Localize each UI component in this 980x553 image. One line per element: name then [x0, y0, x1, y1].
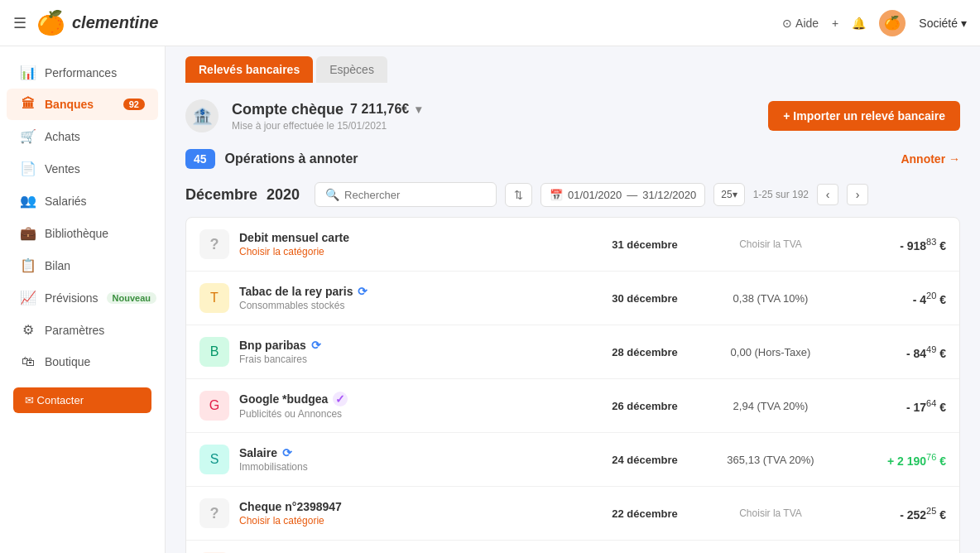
date-from[interactable]: 01/01/2020 [568, 189, 622, 201]
sidebar-item-label: Banques [45, 98, 94, 111]
sidebar-item-achats[interactable]: 🛒 Achats [7, 120, 158, 152]
parametres-icon: ⚙ [20, 322, 36, 338]
table-row: S Salaire ⟳ Immobilisations 24 décembre … [186, 433, 959, 487]
account-header: 🏦 Compte chèque 7 211,76€ ▾ Mise à jour … [185, 99, 960, 132]
transaction-date: 24 décembre [595, 454, 694, 466]
transaction-info: Cheque n°2398947 Choisir la catégorie [239, 500, 585, 527]
transaction-amount: + 2 19076 € [847, 452, 946, 468]
logo: 🍊 clementine [36, 9, 158, 36]
tabs: Relevés bancaires Espèces [166, 46, 980, 83]
table-row: ? Cheque n°2398947 Choisir la catégorie … [186, 487, 959, 541]
transaction-info: Debit mensuel carte Choisir la catégorie [239, 231, 585, 257]
transaction-amount: - 8449 € [847, 344, 946, 360]
achats-icon: 🛒 [20, 128, 36, 144]
avatar: 🍊 [879, 10, 906, 36]
account-dropdown-icon[interactable]: ▾ [416, 103, 421, 116]
sidebar-item-performances[interactable]: 📊 Performances [7, 56, 158, 89]
aide-button[interactable]: ⊙ Aide [782, 17, 819, 30]
transaction-amount: - 91883 € [847, 237, 946, 252]
transaction-amount: - 25225 € [847, 506, 946, 522]
help-icon: ⊙ [782, 17, 792, 30]
transaction-name: Debit mensuel carte [239, 231, 585, 244]
sidebar-item-label: Achats [45, 130, 80, 143]
operations-title: Opérations à annoter [225, 151, 358, 166]
transaction-logo: S [199, 445, 229, 474]
transaction-date: 28 décembre [595, 346, 694, 358]
transaction-amount: - 420 € [847, 291, 946, 306]
sidebar-item-previsions[interactable]: 📈 Prévisions Nouveau [7, 281, 158, 314]
transaction-info: Bnp paribas ⟳ Frais bancaires [239, 339, 585, 365]
annoter-link[interactable]: Annoter → [901, 152, 960, 166]
transaction-info: Salaire ⟳ Immobilisations [239, 446, 585, 473]
table-row: T Tabac de la rey paris ⟳ Consommables s… [186, 272, 959, 325]
sidebar-item-bilan[interactable]: 📋 Bilan [7, 249, 158, 281]
sidebar-item-boutique[interactable]: 🛍 Boutique [7, 346, 158, 377]
search-icon: 🔍 [325, 188, 339, 201]
import-button[interactable]: + Importer un relevé bancaire [768, 101, 960, 131]
pagination-next[interactable]: › [847, 184, 868, 205]
transaction-tva: 0,38 (TVA 10%) [704, 292, 837, 305]
sidebar-item-banques[interactable]: 🏛 Banques 92 [7, 89, 158, 120]
transaction-tva: 365,13 (TVA 20%) [704, 454, 837, 466]
add-button[interactable]: + [832, 17, 838, 30]
tab-especes[interactable]: Espèces [316, 56, 387, 83]
transaction-name: Google *budgea ✓ [239, 392, 585, 406]
previsions-new-badge: Nouveau [107, 292, 156, 304]
sidebar-item-label: Ventes [45, 162, 80, 176]
sidebar-item-ventes[interactable]: 📄 Ventes [7, 152, 158, 185]
transaction-tva[interactable]: Choisir la TVA [704, 238, 837, 250]
sync-icon: ⟳ [282, 446, 292, 459]
account-name: Compte chèque 7 211,76€ ▾ [232, 101, 421, 118]
account-info: Compte chèque 7 211,76€ ▾ Mise à jour ef… [232, 101, 421, 132]
transaction-category[interactable]: Choisir la catégorie [239, 246, 585, 257]
sidebar-item-parametres[interactable]: ⚙ Paramètres [7, 314, 158, 346]
ventes-icon: 📄 [20, 161, 36, 176]
table-row: G Google *budgea ✓ Publicités ou Annonce… [186, 379, 959, 433]
pagination-prev[interactable]: ‹ [817, 184, 838, 205]
transaction-category: Frais bancaires [239, 353, 585, 365]
notifications-icon[interactable]: 🔔 [852, 17, 866, 30]
search-input[interactable] [344, 189, 486, 201]
banques-icon: 🏛 [20, 97, 36, 112]
transaction-name: Salaire ⟳ [239, 446, 585, 459]
bilan-icon: 📋 [20, 257, 36, 273]
account-updated: Mise à jour effectuée le 15/01/2021 [232, 120, 421, 132]
operations-header: 45 Opérations à annoter Annoter → [185, 149, 960, 169]
hamburger-icon[interactable]: ☰ [13, 14, 26, 32]
search-box[interactable]: 🔍 [315, 182, 497, 207]
transaction-logo: T [199, 283, 229, 313]
sidebar-item-bibliotheque[interactable]: 💼 Bibliothèque [7, 217, 158, 249]
pagination-info: 1-25 sur 192 [753, 189, 809, 200]
month-title: Décembre 2020 [185, 186, 300, 204]
table-row: ? Debit mensuel carte Choisir la catégor… [186, 218, 959, 272]
date-to[interactable]: 31/12/2020 [642, 189, 696, 201]
topnav-right: ⊙ Aide + 🔔 🍊 Société ▾ [782, 10, 967, 36]
tab-releves[interactable]: Relevés bancaires [185, 56, 313, 83]
transaction-logo: G [199, 391, 229, 421]
societe-dropdown[interactable]: Société ▾ [919, 17, 967, 30]
transaction-category[interactable]: Choisir la catégorie [239, 515, 585, 527]
sidebar-item-label: Bibliothèque [45, 227, 108, 240]
topnav: ☰ 🍊 clementine ⊙ Aide + 🔔 🍊 Société ▾ [0, 0, 980, 46]
table-row: B Bnp paribas ⟳ Frais bancaires 28 décem… [186, 325, 959, 379]
transaction-tva: 2,94 (TVA 20%) [704, 400, 837, 412]
sidebar-item-label: Salariés [45, 195, 87, 208]
transaction-date: 30 décembre [595, 292, 694, 305]
sidebar-item-label: Boutique [45, 355, 90, 368]
per-page-select[interactable]: 25▾ [713, 183, 744, 206]
contact-button[interactable]: ✉ Contacter [13, 387, 151, 413]
transaction-name: Cheque n°2398947 [239, 500, 585, 513]
operations-count: 45 [185, 149, 215, 169]
filters: Décembre 2020 🔍 ⇅ 📅 01/01/2020 — 31/12/2… [185, 182, 960, 207]
chevron-down-icon: ▾ [961, 17, 967, 30]
boutique-icon: 🛍 [20, 354, 36, 369]
sidebar: 📊 Performances 🏛 Banques 92 🛒 Achats 📄 V… [0, 46, 166, 553]
sidebar-item-salaries[interactable]: 👥 Salariés [7, 185, 158, 217]
transaction-tva[interactable]: Choisir la TVA [704, 507, 837, 519]
topnav-left: ☰ 🍊 clementine [13, 9, 158, 36]
filter-sort-button[interactable]: ⇅ [505, 183, 532, 207]
transactions-list: ? Debit mensuel carte Choisir la catégor… [185, 217, 960, 553]
logo-icon: 🍊 [36, 9, 65, 36]
sidebar-item-label: Paramètres [45, 324, 104, 337]
previsions-icon: 📈 [20, 290, 36, 305]
